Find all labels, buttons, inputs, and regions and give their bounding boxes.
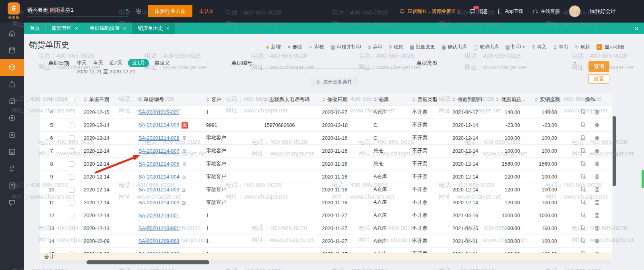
refresh-button[interactable]: ↻刷新 [575,44,590,50]
user-name[interactable]: 玩转好会计 [590,8,616,15]
order-code-link[interactable]: SA-20201214-008 [138,135,179,141]
view-detail-icon[interactable] [580,187,586,193]
row-checkbox[interactable] [69,110,74,115]
order-code-link[interactable]: SA-20201214-005 [138,161,179,167]
view-detail-icon[interactable] [580,238,586,244]
grid-view-icon[interactable] [594,110,600,115]
horizontal-scrollbar-thumb[interactable] [87,260,209,264]
sidebar-item-inventory[interactable] [0,59,24,76]
sidebar-item-calendar[interactable] [0,42,24,59]
row-checkbox[interactable] [69,174,74,180]
sort-icon[interactable] [322,98,325,102]
promo-banner[interactable]: 国货嗨礼，满额免费送！ [399,8,461,15]
table-row[interactable]: 8 2020-12-14 SA-20201214-005 零散客户 2020-1… [40,158,612,170]
order-code-link[interactable]: SA-20201213-001 [138,226,179,231]
date-option-yesterday[interactable]: 昨天 [76,60,87,66]
batch-change-button[interactable]: ▦批量变更 [409,44,435,50]
sidebar-item-store[interactable] [0,93,24,110]
order-code-link[interactable]: SA-20201214-003 [138,187,179,193]
vertical-scrollbar-thumb[interactable] [613,116,616,186]
grid-view-icon[interactable] [594,226,600,231]
row-checkbox[interactable] [69,161,74,167]
search-button[interactable]: 查询 [588,61,609,72]
row-checkbox[interactable] [69,148,74,154]
trial-plan-button[interactable]: 体验行业方案 [148,5,192,17]
table-row[interactable]: 4 2020-12-15 SA-20201215-001 1 2020-11-2… [40,106,612,119]
table-row[interactable]: 5 2020-12-14 SA-20201214-009退 9991 15970… [40,119,612,132]
app-download-button[interactable]: App下载 [497,8,523,15]
grid-view-icon[interactable] [594,239,600,244]
view-detail-icon[interactable] [580,122,586,128]
online-service-button[interactable]: 在线客服 [532,8,560,15]
header-warehouse[interactable]: 仓库 [370,93,409,106]
view-detail-icon[interactable] [580,161,586,167]
grid-view-icon[interactable] [594,200,600,205]
unaudit-button[interactable]: ⊘弃审 [367,44,383,50]
header-actual-amount[interactable]: 实销金额 [531,93,568,106]
view-detail-icon[interactable] [580,199,586,206]
order-code-link[interactable]: SA-20201209-003 [138,239,179,244]
view-detail-icon[interactable] [580,174,586,180]
sort-icon[interactable] [84,98,87,102]
print-button[interactable]: ▤打印▾ [505,44,524,50]
account-switcher[interactable]: 请不要删 阿斯蒂芬1 ▾ [27,6,128,17]
table-row[interactable]: 11 2020-12-14 SA-20201214-002 零散客户 2020-… [40,196,612,209]
row-checkbox[interactable] [69,226,74,231]
sort-icon[interactable] [535,98,538,102]
sidebar-item-purchase[interactable] [0,76,24,93]
sort-icon[interactable] [496,98,499,102]
sort-icon[interactable] [452,98,456,102]
table-row[interactable]: 13 2020-12-13 SA-20201213-001 1 2020-11-… [40,222,612,235]
export-button[interactable]: ↥导出 [553,44,568,50]
view-detail-icon[interactable] [580,109,586,115]
header-invoice-type[interactable]: 票据类型 [409,93,449,106]
date-option-7days[interactable]: 近7天 [109,60,122,66]
expand-more-button[interactable]: ≫ 展开更多条件 [310,77,359,87]
close-icon[interactable]: × [123,25,126,31]
order-code-link[interactable]: SA-20201214-002 [138,200,179,206]
grid-view-icon[interactable] [594,174,600,179]
date-option-1month[interactable]: 近1月 [128,59,149,67]
new-button[interactable]: +新增 [266,44,281,50]
tab-home[interactable]: 首页 [24,23,46,34]
horizontal-scrollbar[interactable] [40,260,612,264]
row-checkbox[interactable] [69,187,74,193]
sort-icon[interactable] [264,98,267,102]
sidebar-item-workflow[interactable] [0,160,24,177]
cancel-outbound-button[interactable]: ▢取消出库 [473,44,499,50]
header-order-code[interactable]: 单据编号 [135,93,203,106]
table-row[interactable]: 14 2020-12-09 SA-20201209-003 1 2020-11-… [40,235,612,248]
table-row[interactable]: 6 2020-12-14 SA-20201214-008 零散客户 2020-1… [40,132,612,145]
avatar[interactable] [569,5,581,17]
sidebar-item-report[interactable] [0,143,24,160]
import-button[interactable]: ↧导入 [531,44,547,50]
select-all-checkbox[interactable] [69,97,74,102]
confirm-outbound-button[interactable]: ▣确认出库 [442,44,467,50]
audit-button[interactable]: ✓审核 [309,44,324,50]
header-order-date[interactable]: 单据日期 [80,93,135,106]
grid-view-icon[interactable] [594,135,600,141]
show-detail-toggle[interactable]: ✓显示明细 [597,44,624,50]
sort-icon[interactable] [206,98,209,102]
order-code-link[interactable]: SA-20201214-004 [138,174,179,180]
header-modified-date[interactable]: 修改日期 [319,93,370,106]
table-row[interactable]: 9 2020-12-14 SA-20201214-004 零散客户 2020-1… [40,170,612,183]
sort-icon[interactable] [374,98,377,102]
view-detail-icon[interactable] [580,225,586,231]
grid-view-icon[interactable] [594,187,600,192]
order-code-link[interactable]: SA-20201215-001 [138,110,179,115]
order-type-select[interactable]: ▾ [443,58,578,68]
date-option-today[interactable]: 今天 [93,60,103,66]
close-all-icon[interactable]: × [635,25,638,32]
order-code-link[interactable]: SA-20201214-007 [138,148,179,154]
sidebar-item-home[interactable] [0,25,24,42]
sidebar-item-finance[interactable] [0,110,24,127]
gear-icon[interactable] [135,8,142,15]
view-detail-icon[interactable] [580,148,586,154]
view-detail-icon[interactable] [580,135,586,141]
tab-account-books[interactable]: 账套管理× [46,23,84,34]
tab-code-settings[interactable]: 单据编码设置× [84,23,132,34]
row-checkbox[interactable] [69,200,74,206]
header-pre-discount-total[interactable]: 优惠前总... [493,93,531,106]
settings-button[interactable]: 设置 [588,74,609,84]
